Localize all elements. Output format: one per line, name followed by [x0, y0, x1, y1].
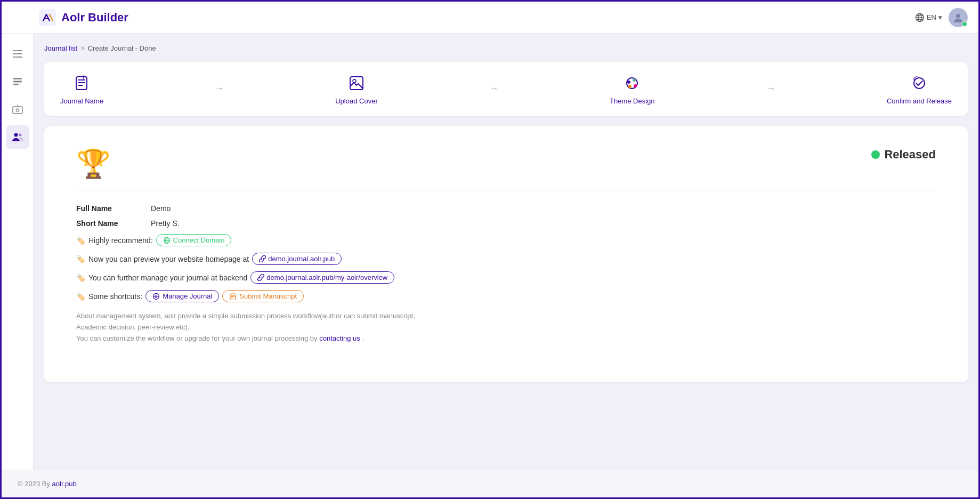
logo-icon: [39, 9, 56, 26]
info-line2: Academic decision, peer-review etc).: [76, 323, 189, 331]
short-name-value: Pretty S.: [151, 219, 180, 228]
content-card: 🏆 Released Full Name Demo Short Name Pre…: [44, 126, 968, 382]
contacting-us-link[interactable]: contacting us: [319, 334, 360, 342]
link-icon-2: [257, 274, 264, 281]
full-name-row: Full Name Demo: [76, 204, 936, 213]
shortcuts-row: 🏷️ Some shortcuts: Manage Journal: [76, 290, 936, 302]
manage-url-button[interactable]: demo.journal.aolr.pub/my-aolr/overview: [250, 271, 394, 284]
breadcrumb-separator: >: [80, 44, 85, 52]
step-journal-name[interactable]: Journal Name: [60, 73, 103, 105]
manage-journal-button[interactable]: Manage Journal: [145, 290, 219, 302]
svg-point-17: [353, 79, 356, 83]
manage-url-label: demo.journal.aolr.pub/my-aolr/overview: [266, 273, 387, 281]
sidebar: [2, 34, 34, 470]
preview-url-label: demo.journal.aolr.pub: [268, 255, 335, 263]
connect-icon: [163, 237, 171, 244]
released-badge: Released: [871, 148, 936, 162]
tag-icon-4: 🏷️: [76, 292, 85, 301]
breadcrumb: Journal list > Create Journal - Done: [44, 44, 968, 52]
sidebar-item-finance[interactable]: [6, 98, 29, 121]
step-upload-cover[interactable]: Upload Cover: [335, 73, 378, 105]
lang-label: EN: [927, 13, 936, 21]
tools-icon: [12, 48, 23, 60]
submit-manuscript-label: Submit Manuscript: [239, 292, 297, 300]
preview-url-button[interactable]: demo.journal.aolr.pub: [252, 253, 342, 265]
short-name-label: Short Name: [76, 219, 151, 228]
step-journal-name-icon: [71, 73, 92, 94]
footer-text: © 2023 By: [18, 480, 50, 488]
full-name-value: Demo: [151, 204, 171, 213]
svg-rect-9: [13, 84, 19, 85]
manage-backend-row: 🏷️ You can further manage your journal a…: [76, 271, 936, 284]
tag-icon-2: 🏷️: [76, 255, 85, 263]
info-line1: About management system, aolr provide a …: [76, 312, 415, 320]
dollar-icon: [12, 103, 23, 115]
steps-bar: Journal Name → Upload Cover →: [44, 62, 968, 116]
highly-recommend-text: Highly recommend:: [88, 236, 153, 245]
list-icon: [12, 76, 23, 87]
svg-rect-15: [76, 77, 87, 90]
step-theme-design[interactable]: Theme Design: [610, 73, 655, 105]
user-avatar[interactable]: [949, 8, 968, 27]
lang-chevron: ▾: [938, 13, 942, 21]
svg-point-11: [16, 109, 19, 111]
released-label: Released: [884, 148, 936, 162]
svg-rect-16: [350, 77, 363, 90]
submit-manuscript-icon: [229, 293, 237, 300]
svg-rect-7: [13, 78, 22, 79]
svg-rect-10: [13, 107, 22, 114]
sidebar-item-users[interactable]: [6, 125, 29, 149]
svg-point-6: [956, 14, 960, 18]
step-theme-design-label: Theme Design: [610, 97, 655, 105]
tag-icon-3: 🏷️: [76, 273, 85, 282]
manage-journal-icon: [152, 293, 160, 300]
svg-point-14: [19, 134, 21, 136]
info-line3: You can customize the workflow or upgrad…: [76, 334, 318, 342]
connect-domain-label: Connect Domain: [173, 236, 225, 244]
preview-row: 🏷️ Now you can preview your website home…: [76, 253, 936, 265]
step-theme-design-icon: [621, 73, 643, 94]
info-text: About management system, aolr provide a …: [76, 311, 936, 344]
globe-icon: [915, 13, 925, 22]
connect-domain-button[interactable]: Connect Domain: [156, 234, 232, 246]
full-name-label: Full Name: [76, 204, 151, 213]
sidebar-item-list[interactable]: [6, 70, 29, 93]
sidebar-item-tools[interactable]: [6, 42, 29, 66]
step-arrow-1: →: [103, 83, 335, 94]
avatar-icon: [952, 12, 964, 23]
app-title: Aolr Builder: [61, 11, 128, 25]
svg-point-13: [14, 133, 18, 137]
breadcrumb-current: Create Journal - Done: [88, 44, 156, 52]
released-dot: [871, 150, 880, 159]
svg-point-21: [634, 84, 637, 87]
submit-manuscript-button[interactable]: Submit Manuscript: [222, 290, 304, 302]
svg-point-22: [628, 85, 631, 88]
users-icon: [12, 131, 23, 143]
tag-icon-1: 🏷️: [76, 236, 85, 245]
manage-text: You can further manage your journal at b…: [88, 273, 247, 282]
step-arrow-3: →: [655, 83, 887, 94]
step-arrow-2: →: [378, 83, 610, 94]
link-icon-1: [259, 255, 266, 262]
svg-point-19: [627, 81, 630, 84]
step-confirm-release-label: Confirm and Release: [887, 97, 952, 105]
preview-text: Now you can preview your website homepag…: [88, 255, 249, 263]
trophy-icon: 🏆: [76, 148, 111, 180]
online-indicator: [962, 21, 967, 27]
step-confirm-release-icon: [909, 73, 930, 94]
logo: Aolr Builder: [39, 9, 128, 26]
short-name-row: Short Name Pretty S.: [76, 219, 936, 228]
footer: © 2023 By aolr.pub: [2, 470, 978, 497]
breadcrumb-parent[interactable]: Journal list: [44, 44, 77, 52]
svg-rect-8: [13, 81, 22, 83]
step-confirm-release[interactable]: Confirm and Release: [887, 73, 952, 105]
info-line3-end: .: [362, 334, 364, 342]
manage-journal-label: Manage Journal: [163, 292, 212, 300]
language-selector[interactable]: EN ▾: [915, 13, 942, 22]
step-upload-cover-icon: [346, 73, 367, 94]
step-upload-cover-label: Upload Cover: [335, 97, 378, 105]
svg-point-20: [633, 78, 636, 82]
recommend-connect-domain-row: 🏷️ Highly recommend: Connect Domain: [76, 234, 936, 246]
footer-link[interactable]: aolr.pub: [52, 480, 77, 488]
shortcuts-text: Some shortcuts:: [88, 292, 142, 301]
